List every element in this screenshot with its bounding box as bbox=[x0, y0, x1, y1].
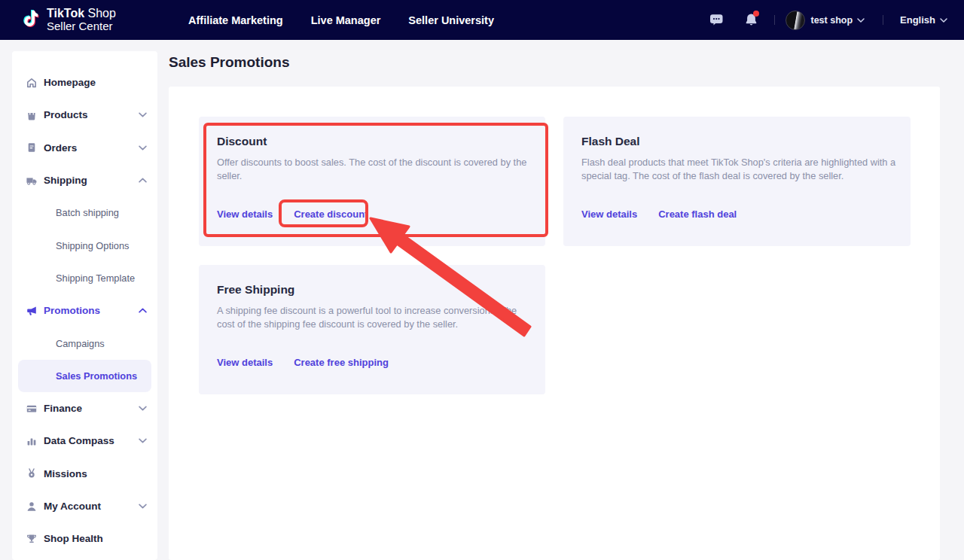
card-description: Offer discounts to boost sales. The cost… bbox=[217, 156, 541, 183]
chevron-up-icon bbox=[139, 178, 147, 183]
sidebar-item-label: Sales Promotions bbox=[56, 370, 137, 382]
chevron-down-icon bbox=[139, 438, 147, 443]
chat-icon[interactable] bbox=[709, 14, 724, 26]
flash-deal-card: Flash Deal Flash deal products that meet… bbox=[563, 117, 911, 246]
sidebar-item-shipping[interactable]: Shipping bbox=[12, 164, 157, 196]
create-free-shipping-link[interactable]: Create free shipping bbox=[294, 357, 389, 368]
shop-name-label[interactable]: test shop bbox=[810, 15, 853, 26]
page-title: Sales Promotions bbox=[169, 54, 290, 71]
sidebar-item-batch-shipping[interactable]: Batch shipping bbox=[12, 196, 157, 229]
sidebar-item-label: Data Compass bbox=[44, 435, 114, 446]
logo-text: TikTok Shop Seller Center bbox=[47, 8, 116, 32]
bag-icon bbox=[26, 109, 38, 121]
card-title: Free Shipping bbox=[217, 283, 527, 297]
shop-avatar[interactable] bbox=[786, 11, 805, 30]
bar-chart-icon bbox=[26, 435, 38, 447]
sidebar-item-shipping-options[interactable]: Shipping Options bbox=[12, 229, 157, 261]
tiktok-note-icon bbox=[18, 8, 41, 32]
logo-seller-center: Seller Center bbox=[47, 20, 116, 32]
sidebar-item-label: Shop Health bbox=[44, 533, 103, 544]
megaphone-icon bbox=[26, 305, 38, 317]
sidebar: Homepage Products Orders Shipping Batch … bbox=[12, 51, 157, 560]
notification-dot bbox=[753, 11, 759, 17]
sidebar-item-label: Finance bbox=[44, 403, 82, 414]
sidebar-item-campaigns[interactable]: Campaigns bbox=[12, 327, 157, 359]
view-details-link[interactable]: View details bbox=[217, 208, 273, 220]
bell-icon[interactable] bbox=[745, 13, 758, 27]
sidebar-item-label: My Account bbox=[44, 501, 101, 512]
sidebar-item-my-account[interactable]: My Account bbox=[12, 490, 157, 522]
sidebar-item-sales-promotions[interactable]: Sales Promotions bbox=[18, 360, 151, 392]
view-details-link[interactable]: View details bbox=[581, 208, 637, 220]
chevron-down-icon[interactable] bbox=[857, 18, 865, 23]
discount-card: Discount Offer discounts to boost sales.… bbox=[199, 117, 545, 246]
nav-link-live-manager[interactable]: Live Manager bbox=[311, 14, 381, 26]
tiktok-seller-center-page: TikTok Shop Seller Center Affiliate Mark… bbox=[0, 0, 964, 560]
sidebar-item-missions[interactable]: Missions bbox=[12, 458, 157, 490]
logo-shop: Shop bbox=[84, 7, 116, 20]
home-icon bbox=[26, 77, 38, 89]
chevron-up-icon bbox=[139, 308, 147, 313]
sidebar-item-orders[interactable]: Orders bbox=[12, 132, 157, 164]
create-flash-deal-link[interactable]: Create flash deal bbox=[658, 208, 737, 220]
card-title: Discount bbox=[217, 135, 527, 148]
chevron-down-icon bbox=[139, 406, 147, 411]
tiktok-shop-logo[interactable]: TikTok Shop Seller Center bbox=[18, 8, 116, 32]
sidebar-item-products[interactable]: Products bbox=[12, 99, 157, 131]
sidebar-item-label: Shipping Options bbox=[56, 240, 129, 251]
sidebar-item-label: Promotions bbox=[44, 305, 100, 316]
sidebar-item-label: Shipping Template bbox=[56, 272, 135, 284]
logo-tiktok: TikTok bbox=[47, 7, 84, 20]
card-links: View details Create free shipping bbox=[217, 357, 389, 368]
card-title: Flash Deal bbox=[581, 135, 892, 148]
card-description: A shipping fee discount is a powerful to… bbox=[217, 304, 533, 331]
card-links: View details Create flash deal bbox=[581, 208, 737, 220]
sidebar-item-label: Homepage bbox=[44, 77, 96, 88]
sidebar-item-shop-health[interactable]: Shop Health bbox=[12, 522, 157, 555]
nav-link-seller-university[interactable]: Seller University bbox=[408, 14, 494, 26]
truck-icon bbox=[26, 175, 38, 187]
sidebar-item-data-compass[interactable]: Data Compass bbox=[12, 425, 157, 457]
sidebar-item-promotions[interactable]: Promotions bbox=[12, 294, 157, 327]
view-details-link[interactable]: View details bbox=[217, 357, 273, 368]
sidebar-item-shipping-template[interactable]: Shipping Template bbox=[12, 262, 157, 294]
free-shipping-card: Free Shipping A shipping fee discount is… bbox=[199, 265, 545, 394]
navbar-right: test shop English bbox=[709, 0, 947, 40]
sidebar-item-label: Campaigns bbox=[56, 338, 105, 349]
card-description: Flash deal products that meet TikTok Sho… bbox=[581, 156, 898, 183]
card-links: View details Create discount bbox=[217, 208, 368, 220]
credit-card-icon bbox=[26, 403, 38, 415]
trophy-icon bbox=[26, 533, 38, 545]
person-icon bbox=[26, 501, 38, 513]
chevron-down-icon bbox=[139, 145, 147, 151]
sidebar-item-label: Orders bbox=[44, 142, 77, 154]
sidebar-item-homepage[interactable]: Homepage bbox=[12, 66, 157, 99]
navbar-links: Affiliate Marketing Live Manager Seller … bbox=[188, 0, 494, 40]
chevron-down-icon bbox=[139, 112, 147, 117]
chevron-down-icon[interactable] bbox=[940, 18, 947, 23]
language-selector[interactable]: English bbox=[900, 14, 935, 26]
sidebar-item-label: Batch shipping bbox=[56, 207, 119, 218]
sidebar-item-label: Shipping bbox=[44, 175, 87, 186]
navbar-separator bbox=[883, 15, 883, 25]
create-discount-link[interactable]: Create discount bbox=[294, 208, 368, 220]
sidebar-item-label: Missions bbox=[44, 468, 87, 479]
navbar-separator bbox=[774, 15, 775, 25]
nav-link-affiliate-marketing[interactable]: Affiliate Marketing bbox=[188, 14, 283, 26]
chevron-down-icon bbox=[139, 504, 147, 509]
top-navbar: TikTok Shop Seller Center Affiliate Mark… bbox=[0, 0, 964, 40]
medal-icon bbox=[26, 467, 38, 479]
document-icon bbox=[26, 142, 38, 154]
sidebar-item-label: Products bbox=[44, 109, 88, 120]
sidebar-item-finance[interactable]: Finance bbox=[12, 392, 157, 425]
